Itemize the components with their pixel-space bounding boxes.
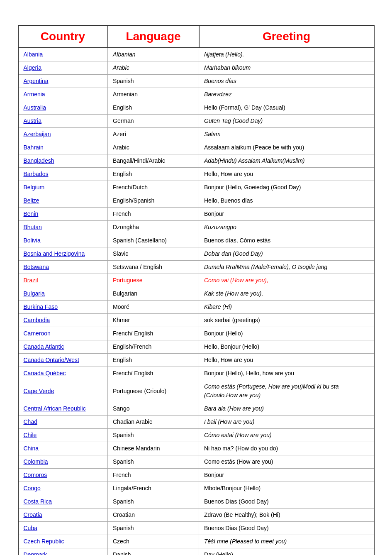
table-row: AlbaniaAlbanianNjatjeta (Hello). xyxy=(19,48,374,61)
country-link[interactable]: Czech Republic xyxy=(24,538,64,545)
country-cell: Cape Verde xyxy=(19,380,108,402)
greeting-cell: Buenos días xyxy=(199,75,374,88)
language-cell: English xyxy=(108,168,199,181)
greeting-cell: Buenos días, Cómo estás xyxy=(199,234,374,247)
country-link[interactable]: Barbados xyxy=(24,171,49,177)
country-link[interactable]: Benin xyxy=(24,210,39,217)
country-cell: Canada Québec xyxy=(19,367,108,380)
country-link[interactable]: Chile xyxy=(24,432,37,438)
country-link[interactable]: Congo xyxy=(24,485,41,491)
table-row: BhutanDzongkhaKuzuzangpo xyxy=(19,221,374,234)
country-link[interactable]: Belgium xyxy=(24,184,45,191)
greeting-cell: Como estás (How are you) xyxy=(199,455,374,469)
country-link[interactable]: Bangladesh xyxy=(24,157,54,164)
table-row: ChadChadian ArabicI baii (How are you) xyxy=(19,416,374,429)
country-link[interactable]: Croatia xyxy=(24,511,42,518)
language-cell: French/ English xyxy=(108,367,199,380)
country-cell: Chile xyxy=(19,429,108,442)
table-row: AzerbaijanAzeriSalam xyxy=(19,128,374,141)
country-cell: Cameroon xyxy=(19,327,108,340)
table-row: DenmarkDanishDav (Hello) xyxy=(19,548,374,555)
table-row: Canada Ontario/WestEnglishHello, How are… xyxy=(19,354,374,367)
country-cell: Bosnia and Herzigovina xyxy=(19,247,108,261)
country-link[interactable]: Colombia xyxy=(24,458,48,465)
country-cell: Albania xyxy=(19,48,108,61)
language-cell: Danish xyxy=(108,548,199,555)
country-link[interactable]: Chad xyxy=(24,418,37,425)
country-cell: Denmark xyxy=(19,548,108,555)
language-cell: English/Spanish xyxy=(108,194,199,208)
country-link[interactable]: Canada Ontario/West xyxy=(24,357,79,363)
greeting-cell: Hello, Bonjour (Hello) xyxy=(199,340,374,354)
greeting-cell: Ni hao ma? (How do you do) xyxy=(199,442,374,455)
country-cell: Burkina Faso xyxy=(19,301,108,314)
table-row: Burkina FasoMooréKibare (Hi) xyxy=(19,301,374,314)
language-cell: Azeri xyxy=(108,128,199,141)
language-cell: Spanish xyxy=(108,522,199,535)
table-row: BelizeEnglish/SpanishHello, Buenos días xyxy=(19,194,374,208)
country-link[interactable]: Belize xyxy=(24,197,39,204)
country-link[interactable]: Central African Republic xyxy=(24,405,86,412)
country-link[interactable]: Burkina Faso xyxy=(24,303,58,310)
greeting-cell: Bara ala (How are you) xyxy=(199,402,374,416)
country-link[interactable]: Armenia xyxy=(24,91,45,98)
table-row: ColombiaSpanishComo estás (How are you) xyxy=(19,455,374,469)
table-row: BahrainArabicAssalaam alaikum (Peace be … xyxy=(19,141,374,154)
table-body: AlbaniaAlbanianNjatjeta (Hello).AlgeriaA… xyxy=(19,48,374,555)
table-row: AlgeriaArabicMarhaban bikoum xyxy=(19,61,374,75)
country-link[interactable]: Comoros xyxy=(24,472,47,478)
country-link[interactable]: Albania xyxy=(24,51,43,58)
country-link[interactable]: Bhutan xyxy=(24,224,42,230)
country-link[interactable]: Azerbaijan xyxy=(24,131,51,137)
greeting-cell: Dumela Rra/Mma (Male/Female), O tsogile … xyxy=(199,261,374,274)
country-link[interactable]: Bolivia xyxy=(24,237,41,244)
country-link[interactable]: Argentina xyxy=(24,78,49,84)
country-link[interactable]: Canada Atlantic xyxy=(24,343,64,350)
country-link[interactable]: Costa Rica xyxy=(24,498,52,505)
table-row: ChileSpanishCómo estai (How are you) xyxy=(19,429,374,442)
country-link[interactable]: China xyxy=(24,445,39,452)
country-link[interactable]: Bahrain xyxy=(24,144,44,151)
language-cell: Chadian Arabic xyxy=(108,416,199,429)
table-row: BotswanaSetswana / EnglishDumela Rra/Mma… xyxy=(19,261,374,274)
language-cell: Mooré xyxy=(108,301,199,314)
country-link[interactable]: Denmark xyxy=(24,551,47,555)
language-cell: Arabic xyxy=(108,61,199,75)
greeting-cell: Bonjour xyxy=(199,469,374,482)
language-cell: Chinese Mandarin xyxy=(108,442,199,455)
country-link[interactable]: Brazil xyxy=(24,277,38,284)
table-row: AustriaGermanGuten Tag (Good Day) xyxy=(19,115,374,128)
greeting-cell: Bonjour xyxy=(199,208,374,221)
country-link[interactable]: Austria xyxy=(24,117,42,124)
country-cell: Canada Ontario/West xyxy=(19,354,108,367)
country-cell: Bangladesh xyxy=(19,154,108,168)
language-cell: Albanian xyxy=(108,48,199,61)
table-row: ArgentinaSpanishBuenos días xyxy=(19,75,374,88)
table-row: BeninFrenchBonjour xyxy=(19,208,374,221)
country-link[interactable]: Australia xyxy=(24,104,46,111)
language-cell: French xyxy=(108,469,199,482)
country-link[interactable]: Algeria xyxy=(24,64,42,71)
country-link[interactable]: Bosnia and Herzigovina xyxy=(24,250,85,257)
country-link[interactable]: Canada Québec xyxy=(24,370,66,377)
country-cell: Cambodia xyxy=(19,314,108,327)
country-cell: Colombia xyxy=(19,455,108,469)
language-cell: Spanish xyxy=(108,75,199,88)
country-cell: Croatia xyxy=(19,509,108,522)
language-cell: Spanish xyxy=(108,455,199,469)
table-row: Canada AtlanticEnglish/FrenchHello, Bonj… xyxy=(19,340,374,354)
table-row: BulgariaBulgarianKak ste (How are you), xyxy=(19,287,374,301)
country-link[interactable]: Bulgaria xyxy=(24,290,45,297)
table-row: BrazilPortugueseComo vai (How are you), xyxy=(19,274,374,287)
country-link[interactable]: Cambodia xyxy=(24,317,50,323)
country-cell: Belize xyxy=(19,194,108,208)
country-link[interactable]: Cape Verde xyxy=(24,388,54,394)
header-country: Country xyxy=(19,26,108,48)
country-link[interactable]: Cameroon xyxy=(24,330,51,337)
greeting-cell: Como vai (How are you), xyxy=(199,274,374,287)
table-row: BoliviaSpanish (Castellano)Buenos días, … xyxy=(19,234,374,247)
country-link[interactable]: Botswana xyxy=(24,264,49,270)
country-link[interactable]: Cuba xyxy=(24,525,37,531)
greeting-cell: Bonjour (Hello) xyxy=(199,327,374,340)
language-cell: Khmer xyxy=(108,314,199,327)
